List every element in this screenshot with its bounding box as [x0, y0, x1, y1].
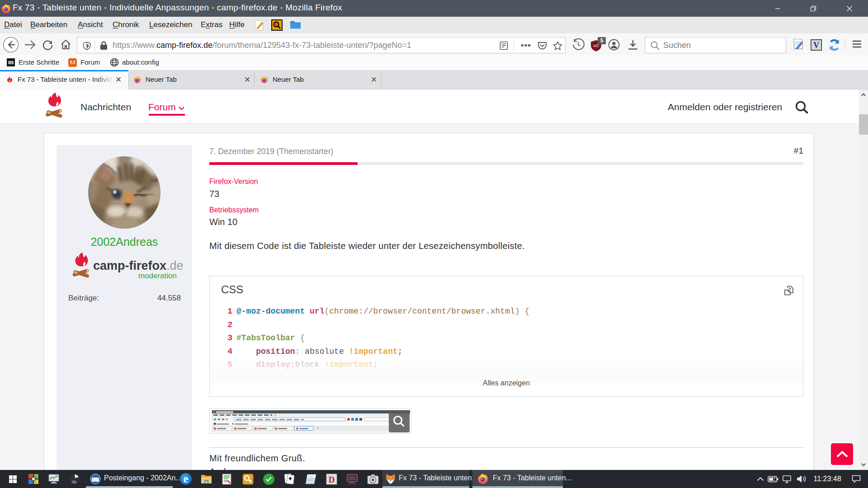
- svg-text:D: D: [329, 475, 335, 484]
- svg-text:V: V: [813, 40, 820, 50]
